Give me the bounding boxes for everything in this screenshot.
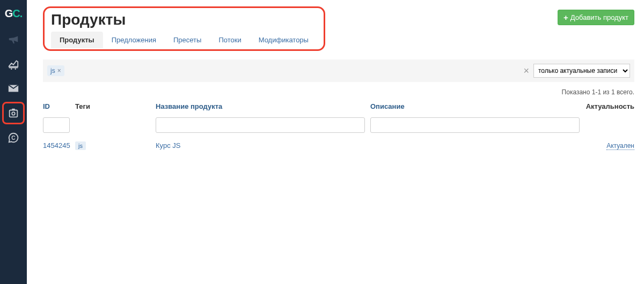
chart-icon[interactable] [0,51,27,76]
tabs: Продукты Предложения Пресеты Потоки Моди… [51,32,317,48]
table-header: ID Теги Название продукта Описание Актуа… [43,99,634,114]
sidebar: GC. C [0,0,27,284]
cell-id[interactable]: 1454245 [43,141,75,150]
filter-desc-input[interactable] [370,117,580,133]
svg-point-4 [12,112,15,115]
col-name[interactable]: Название продукта [156,102,370,110]
cell-tags: js [75,141,156,150]
filter-name-input[interactable] [156,117,365,133]
add-product-button[interactable]: + Добавить продукт [558,10,634,25]
filter-bar: js × × только актуальные записи [43,59,634,82]
logo[interactable]: GC. [0,0,27,27]
add-product-label: Добавить продукт [570,13,628,21]
megaphone-icon[interactable] [0,27,27,51]
main-content: Продукты Продукты Предложения Пресеты По… [27,0,644,284]
actuality-select[interactable]: только актуальные записи [533,64,630,78]
svg-rect-0 [9,67,18,68]
svg-rect-2 [15,68,16,70]
actual-link[interactable]: Актуален [606,142,634,150]
tab-streams[interactable]: Потоки [210,32,250,48]
col-tags: Теги [75,102,156,110]
cell-name[interactable]: Курс JS [156,141,370,150]
tab-modifiers[interactable]: Модификаторы [250,32,317,48]
table-filter-row [43,114,634,136]
logo-text: GC. [5,8,23,20]
col-actual: Актуальность [582,102,634,110]
page-title: Продукты [51,11,317,28]
remove-tag-icon[interactable]: × [57,67,61,74]
result-summary: Показано 1-1 из 1 всего. [43,88,634,96]
plus-icon: + [564,13,568,21]
row-tag[interactable]: js [75,141,86,150]
svg-rect-5 [12,109,15,110]
table-row: 1454245 js Курс JS Актуален [43,136,634,155]
tab-products[interactable]: Продукты [51,32,103,48]
filter-tag-label: js [50,67,55,74]
col-desc[interactable]: Описание [370,102,582,110]
svg-rect-1 [11,68,12,70]
clear-filter-icon[interactable]: × [519,65,533,77]
svg-text:C: C [11,135,15,141]
products-icon[interactable] [2,102,25,124]
mail-icon[interactable] [0,76,27,101]
filter-tag: js × [47,65,64,76]
chat-icon[interactable]: C [0,125,27,150]
cell-actual: Актуален [582,141,634,150]
tag-filter-box[interactable]: js × [47,65,519,76]
tab-presets[interactable]: Пресеты [165,32,210,48]
header-highlight: Продукты Продукты Предложения Пресеты По… [43,6,325,51]
svg-rect-3 [10,110,18,117]
filter-id-input[interactable] [43,117,70,133]
tab-offers[interactable]: Предложения [103,32,165,48]
products-table: ID Теги Название продукта Описание Актуа… [43,99,634,155]
col-id[interactable]: ID [43,102,75,110]
